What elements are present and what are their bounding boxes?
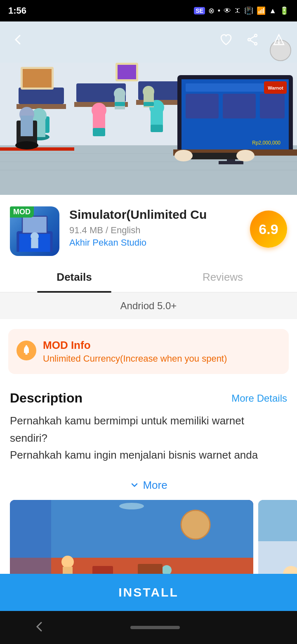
svg-point-74	[119, 503, 144, 509]
status-time: 1:56	[8, 5, 26, 16]
description-section: Description More Details Pernahkah kamu …	[0, 384, 297, 471]
svg-rect-22	[151, 125, 163, 132]
svg-point-38	[236, 150, 255, 161]
more-details-button[interactable]: More Details	[231, 393, 287, 404]
close-circle-icon: ⊗	[208, 6, 214, 15]
svg-rect-34	[219, 161, 243, 164]
alert-button[interactable]	[269, 30, 289, 50]
more-button[interactable]: More	[0, 471, 297, 500]
app-size: 91.4 MB / English	[69, 225, 240, 236]
svg-rect-8	[19, 88, 64, 104]
svg-rect-48	[21, 116, 33, 136]
hero-action-buttons	[216, 30, 289, 50]
bottom-nav	[0, 611, 297, 644]
svg-text:Warnot: Warnot	[268, 85, 283, 90]
svg-line-58	[250, 36, 255, 39]
svg-rect-44	[0, 147, 74, 151]
chevron-down-icon	[130, 480, 139, 490]
hero-toolbar	[0, 26, 297, 54]
svg-point-56	[255, 43, 257, 45]
status-icons: SE ⊗ • 👁 ⯰ 📳 📶 ▲ 🔋	[194, 6, 289, 15]
share-button[interactable]	[243, 30, 262, 50]
mod-description: Unlimited Currency(Increase when you spe…	[43, 353, 227, 364]
svg-rect-40	[23, 69, 52, 88]
svg-rect-27	[186, 94, 219, 118]
app-rating: 6.9	[250, 211, 287, 248]
mod-badge: MOD	[10, 206, 34, 218]
se-icon: SE	[194, 7, 205, 14]
svg-rect-54	[144, 102, 154, 106]
svg-rect-36	[186, 153, 239, 159]
app-author[interactable]: Akhir Pekan Studio	[69, 237, 240, 248]
svg-point-46	[15, 141, 38, 149]
tabs-section: Details Reviews	[0, 263, 297, 293]
install-button[interactable]: INSTALL	[0, 574, 297, 611]
back-nav-button[interactable]	[33, 620, 46, 635]
svg-rect-65	[23, 217, 47, 233]
svg-rect-29	[260, 94, 285, 118]
home-nav-pill[interactable]	[130, 626, 180, 629]
eye-icon: 👁	[224, 7, 231, 15]
svg-point-57	[248, 38, 250, 41]
svg-rect-42	[118, 65, 136, 79]
vibrate-icon: 📳	[244, 6, 253, 15]
favorite-button[interactable]	[216, 30, 236, 50]
svg-line-59	[250, 40, 255, 43]
battery-icon: 🔋	[280, 6, 289, 15]
svg-text:Rp2,000,000: Rp2,000,000	[252, 140, 280, 146]
signal-icon: ▲	[269, 7, 276, 15]
version-badge: Andriod 5.0+	[0, 293, 297, 319]
app-title: Simulator(Unlimited Cu	[69, 206, 240, 223]
description-header: Description More Details	[10, 391, 287, 406]
hero-image: Warnot Rp2,000,000	[0, 21, 297, 195]
tab-reviews[interactable]: Reviews	[148, 263, 297, 292]
tab-details[interactable]: Details	[0, 263, 148, 292]
svg-rect-28	[223, 94, 256, 118]
dot-icon: •	[218, 7, 220, 15]
app-info-section: MOD Simulator(Unlimited Cu 91.4 MB / Eng…	[0, 195, 297, 263]
mod-info-text: MOD Info Unlimited Currency(Increase whe…	[43, 339, 227, 364]
back-button[interactable]	[8, 30, 28, 50]
description-text: Pernahkah kamu bermimpi untuk memiliki w…	[10, 412, 287, 464]
description-title: Description	[10, 391, 82, 406]
svg-point-77	[61, 556, 74, 568]
bell-icon	[16, 341, 36, 360]
svg-rect-68	[31, 239, 38, 249]
svg-point-55	[255, 34, 257, 37]
app-icon-wrapper: MOD	[10, 206, 59, 256]
bluetooth-icon: ⯰	[234, 7, 241, 14]
svg-rect-69	[25, 353, 28, 355]
wifi-icon: 📶	[257, 6, 266, 15]
svg-rect-51	[115, 102, 125, 106]
mod-title: MOD Info	[43, 339, 227, 352]
app-meta: Simulator(Unlimited Cu 91.4 MB / English…	[69, 206, 240, 248]
svg-point-70	[26, 345, 27, 347]
svg-point-37	[174, 150, 193, 161]
status-bar: 1:56 SE ⊗ • 👁 ⯰ 📳 📶 ▲ 🔋	[0, 0, 297, 21]
svg-rect-17	[93, 128, 105, 136]
svg-point-76	[181, 510, 210, 539]
svg-point-61	[278, 43, 279, 43]
mod-info-box: MOD Info Unlimited Currency(Increase whe…	[8, 329, 289, 374]
